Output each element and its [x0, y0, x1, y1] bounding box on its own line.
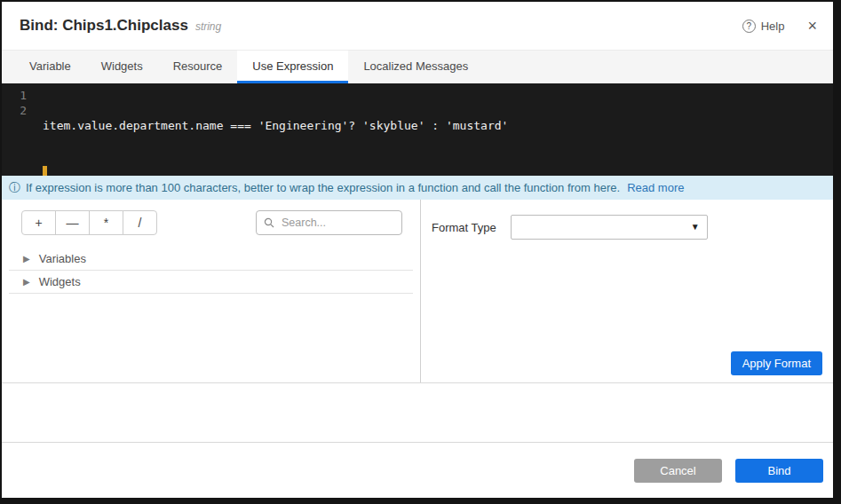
tab-widgets[interactable]: Widgets — [86, 51, 158, 83]
code-line[interactable]: item.value.department.name === 'Engineer… — [43, 118, 833, 133]
operator-toolbar: + — * / — [2, 200, 420, 235]
tab-localized-messages[interactable]: Localized Messages — [348, 51, 483, 83]
help-icon: ? — [742, 20, 756, 33]
line-number: 2 — [2, 103, 27, 118]
format-type-row: Format Type ▼ — [421, 200, 833, 240]
empty-section — [2, 383, 833, 443]
close-icon[interactable]: × — [807, 18, 817, 34]
info-banner: ⓘ If expression is more than 100 charact… — [2, 176, 833, 200]
main-split: + — * / ▶ — [2, 200, 833, 383]
tree-item-label: Variables — [39, 252, 86, 265]
dialog-footer: Cancel Bind — [2, 443, 833, 498]
line-number: 1 — [2, 88, 27, 103]
code-area[interactable]: item.value.department.name === 'Engineer… — [37, 88, 833, 176]
bind-button[interactable]: Bind — [735, 459, 823, 483]
format-type-label: Format Type — [432, 221, 496, 234]
tab-resource[interactable]: Resource — [158, 51, 238, 83]
info-text: If expression is more than 100 character… — [26, 181, 620, 194]
tab-variable[interactable]: Variable — [14, 51, 86, 83]
operator-group: + — * / — [21, 210, 157, 235]
help-button[interactable]: ? Help — [742, 20, 785, 33]
screen-background: Bind: Chips1.Chipclass string ? Help × V… — [0, 0, 841, 504]
expression-editor[interactable]: 1 2 item.value.department.name === 'Engi… — [2, 83, 833, 176]
read-more-link[interactable]: Read more — [627, 181, 684, 194]
operator-plus-button[interactable]: + — [21, 210, 56, 235]
tab-bar: Variable Widgets Resource Use Expression… — [2, 50, 833, 83]
format-pane: Format Type ▼ Apply Format — [421, 200, 833, 382]
page-title: Bind: Chips1.Chipclass — [20, 17, 188, 35]
bind-source-tree: ▶ Variables ▶ Widgets — [2, 248, 420, 294]
title-group: Bind: Chips1.Chipclass string — [20, 17, 221, 35]
search-box[interactable] — [256, 210, 402, 235]
operator-divide-button[interactable]: / — [123, 210, 157, 235]
tree-item-variables[interactable]: ▶ Variables — [9, 248, 413, 271]
caret-down-icon: ▼ — [691, 222, 700, 232]
tree-item-widgets[interactable]: ▶ Widgets — [9, 271, 413, 294]
operator-multiply-button[interactable]: * — [89, 210, 123, 235]
cancel-button[interactable]: Cancel — [634, 459, 722, 483]
operator-minus-button[interactable]: — — [55, 210, 90, 235]
search-input[interactable] — [256, 210, 402, 235]
header-actions: ? Help × — [742, 18, 817, 34]
expression-helpers-pane: + — * / ▶ — [2, 200, 421, 382]
dialog-header: Bind: Chips1.Chipclass string ? Help × — [2, 2, 833, 50]
search-icon — [264, 217, 274, 228]
info-icon: ⓘ — [9, 180, 20, 196]
help-label: Help — [761, 20, 785, 33]
tab-use-expression[interactable]: Use Expression — [237, 51, 348, 83]
line-number-gutter: 1 2 — [2, 88, 37, 176]
chevron-right-icon[interactable]: ▶ — [23, 277, 30, 287]
property-type-label: string — [195, 20, 221, 33]
tree-item-label: Widgets — [39, 275, 81, 288]
bind-dialog: Bind: Chips1.Chipclass string ? Help × V… — [2, 2, 833, 498]
format-type-select[interactable]: ▼ — [511, 215, 708, 240]
apply-format-button[interactable]: Apply Format — [731, 351, 822, 375]
chevron-right-icon[interactable]: ▶ — [23, 254, 30, 264]
